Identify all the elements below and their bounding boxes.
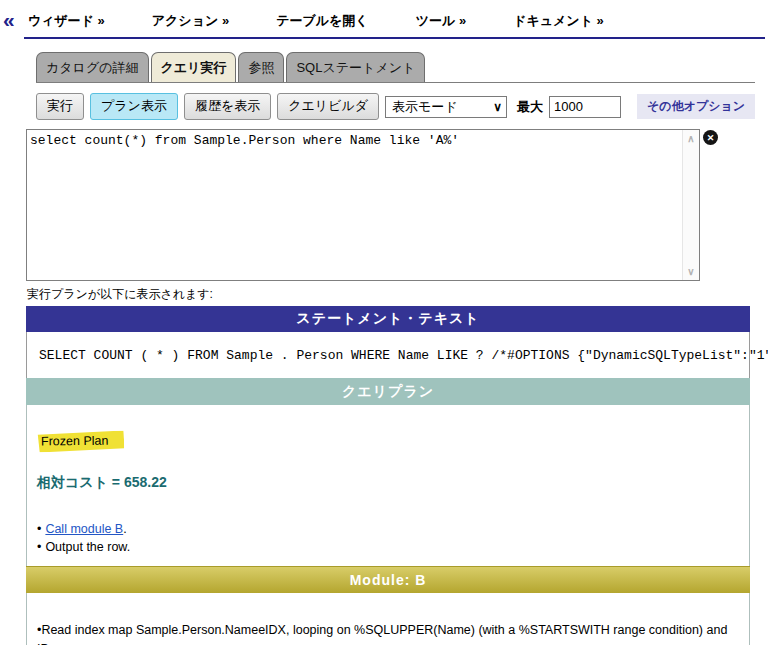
- display-mode-value: 表示モード: [392, 98, 458, 116]
- bullet-icon: •: [37, 540, 41, 554]
- tab-bar: カタログの詳細 クエリ実行 参照 SQLステートメント: [36, 52, 755, 83]
- close-icon[interactable]: ✕: [703, 130, 718, 145]
- query-builder-button[interactable]: クエリビルダ: [277, 93, 379, 120]
- menu-item-open-table[interactable]: テーブルを開く: [276, 12, 369, 30]
- plan-note: 実行プランが以下に表示されます:: [27, 286, 768, 303]
- execute-button[interactable]: 実行: [36, 93, 84, 120]
- menu-item-documents[interactable]: ドキュメント »: [513, 12, 604, 30]
- sql-editor-row: select count(*) from Sample.Person where…: [26, 129, 768, 281]
- collapse-menu-icon[interactable]: «: [3, 12, 15, 28]
- module-step-text: Read index map Sample.Person.NameeIDX, l…: [37, 623, 727, 645]
- frozen-plan-badge: Frozen Plan: [37, 431, 125, 453]
- plan-step-output: •Output the row.: [37, 538, 739, 556]
- plan-steps: •Call module B. •Output the row.: [37, 520, 739, 556]
- tab-browse[interactable]: 参照: [238, 52, 284, 82]
- query-plan-header: クエリプラン: [26, 378, 750, 405]
- execution-plan-panel: ステートメント・テキスト SELECT COUNT ( * ) FROM Sam…: [26, 306, 750, 645]
- plan-step-call-module: •Call module B.: [37, 520, 739, 538]
- menu-item-wizard[interactable]: ウィザード »: [28, 12, 105, 30]
- module-step-read-index: •Read index map Sample.Person.NameeIDX, …: [37, 621, 739, 645]
- call-module-b-link[interactable]: Call module B: [45, 522, 123, 536]
- max-rows-input[interactable]: [549, 96, 621, 118]
- scroll-down-icon[interactable]: ∨: [687, 266, 694, 277]
- editor-scrollbar[interactable]: ∧ ∨: [682, 130, 699, 280]
- module-b-body: •Read index map Sample.Person.NameeIDX, …: [26, 593, 750, 645]
- step-suffix: .: [123, 522, 126, 536]
- show-history-button[interactable]: 履歴を表示: [184, 93, 271, 120]
- menu-item-actions[interactable]: アクション »: [152, 12, 229, 30]
- top-menu-bar: « ウィザード » アクション » テーブルを開く ツール » ドキュメント »: [0, 0, 768, 39]
- menu: ウィザード » アクション » テーブルを開く ツール » ドキュメント »: [24, 12, 765, 39]
- query-plan-body: Frozen Plan 相対コスト = 658.22 •Call module …: [26, 405, 750, 566]
- query-toolbar: 実行 プラン表示 履歴を表示 クエリビルダ 表示モード ∨ 最大 その他オプショ…: [36, 93, 768, 120]
- output-row-text: Output the row.: [45, 540, 130, 554]
- sql-query-textarea[interactable]: select count(*) from Sample.Person where…: [26, 129, 700, 281]
- max-rows-label: 最大: [517, 98, 543, 116]
- scroll-up-icon[interactable]: ∧: [687, 133, 694, 144]
- tab-execute-query[interactable]: クエリ実行: [151, 52, 237, 82]
- sql-query-text: select count(*) from Sample.Person where…: [27, 130, 699, 151]
- show-plan-button[interactable]: プラン表示: [90, 93, 178, 120]
- statement-text-header: ステートメント・テキスト: [26, 306, 750, 332]
- menu-item-tools[interactable]: ツール »: [416, 12, 466, 30]
- module-b-header: Module: B: [26, 566, 750, 593]
- statement-sql-text: SELECT COUNT ( * ) FROM Sample . Person …: [26, 332, 750, 378]
- relative-cost: 相対コスト = 658.22: [37, 474, 739, 492]
- display-mode-select[interactable]: 表示モード ∨: [385, 96, 507, 118]
- chevron-down-icon: ∨: [493, 100, 502, 114]
- tab-catalog-details[interactable]: カタログの詳細: [36, 52, 149, 82]
- more-options-link[interactable]: その他オプション: [637, 94, 755, 119]
- bullet-icon: •: [37, 522, 41, 536]
- tab-sql-statements[interactable]: SQLステートメント: [286, 52, 425, 82]
